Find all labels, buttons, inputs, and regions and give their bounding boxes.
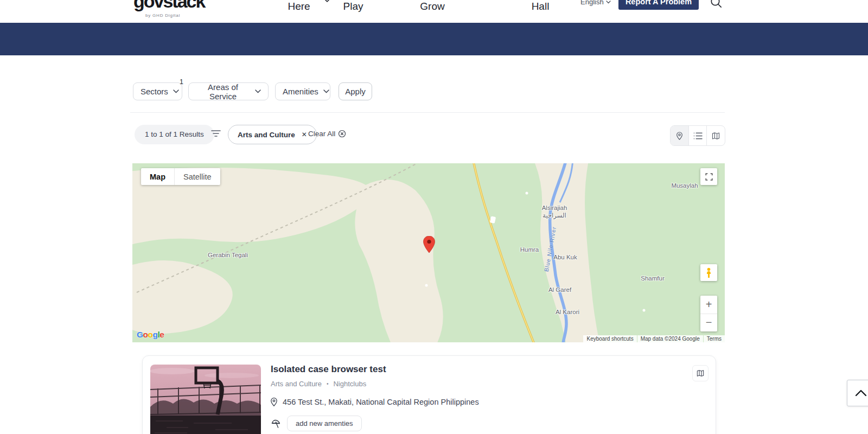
view-toggle-pin[interactable]	[671, 126, 688, 145]
add-amenities-chip[interactable]: add new amenties	[287, 416, 362, 431]
logo-letter: G	[137, 330, 143, 339]
map-marker[interactable]	[423, 236, 435, 253]
active-filter-chip[interactable]: Arts and Culture ✕	[228, 125, 317, 144]
map-place-label: Alsirajiahالسراجية	[542, 205, 567, 220]
active-filter-label: Arts and Culture	[238, 131, 295, 139]
sectors-label: Sectors	[141, 87, 168, 96]
chevron-up-icon	[855, 390, 867, 397]
results-count-pill: 1 to 1 of 1 Results	[135, 125, 214, 144]
map-place-label: Abu Kuk	[553, 254, 577, 261]
terms-link[interactable]: Terms	[704, 335, 725, 342]
close-icon[interactable]: ✕	[302, 131, 307, 138]
chevron-down-icon	[606, 1, 611, 4]
results-bar: 1 to 1 of 1 Results Arts and Culture ✕ C…	[0, 125, 868, 146]
hero-banner	[0, 23, 868, 55]
areas-of-service-dropdown[interactable]: Areas of Service	[188, 82, 269, 100]
map-attribution: Keyboard shortcuts Map data ©2024 Google…	[583, 335, 725, 342]
logo-letter: e	[159, 330, 164, 339]
map-type-map[interactable]: Map	[141, 168, 174, 185]
location-pin-icon	[270, 397, 278, 407]
map-data-label: Map data ©2024 Google	[637, 335, 703, 342]
nav-item-play[interactable]: Play	[343, 1, 363, 12]
map-place-label: Al Karori	[556, 309, 579, 316]
govstack-logo[interactable]: govstack	[133, 0, 205, 10]
language-label: English	[580, 0, 604, 6]
listing-photo	[150, 365, 261, 434]
site-header: govstack by GHD Digital Here Play Grow H…	[0, 0, 868, 23]
listing-title[interactable]: Isolated case browser test	[271, 364, 386, 375]
chevron-down-icon	[324, 0, 330, 3]
scroll-to-top-button[interactable]	[847, 380, 868, 406]
map-place-label: Al Garef	[548, 286, 571, 294]
map-place-label: Musaylah	[671, 182, 698, 190]
filter-bar: Sectors 1 Areas of Service Amenities App…	[0, 82, 868, 104]
map-type-control: Map Satellite	[141, 168, 220, 185]
divider	[130, 112, 725, 113]
map-place-label: Gerabin Tegali	[208, 252, 248, 259]
view-toggle-list[interactable]	[688, 126, 707, 145]
show-on-map-icon[interactable]	[692, 365, 709, 381]
keyboard-shortcuts-link[interactable]: Keyboard shortcuts	[583, 335, 636, 342]
map-place-label: Humra	[520, 246, 539, 254]
zoom-in-button[interactable]: +	[700, 296, 717, 314]
apply-button[interactable]: Apply	[339, 82, 372, 100]
language-selector[interactable]: English	[580, 0, 611, 6]
clear-all-label: Clear All	[308, 130, 335, 138]
view-toggle	[670, 125, 725, 146]
zoom-control: + −	[700, 296, 717, 331]
logo-letter: o	[143, 330, 148, 339]
logo-letter: o	[148, 330, 153, 339]
beach-umbrella-icon	[271, 418, 282, 429]
zoom-out-button[interactable]: −	[700, 314, 717, 332]
chevron-down-icon	[255, 90, 261, 93]
result-card[interactable]: Isolated case browser test Arts and Cult…	[142, 355, 716, 434]
map-place-label: Shamfur	[641, 275, 664, 283]
areas-label: Areas of Service	[196, 82, 250, 101]
nav-item-here[interactable]: Here	[288, 1, 310, 12]
listing-amenities-row: add new amenties	[271, 416, 362, 431]
amenities-dropdown[interactable]: Amenities	[275, 82, 330, 100]
category-arts-and-culture: Arts and Culture	[271, 380, 322, 388]
category-nightclubs: Nightclubs	[333, 380, 366, 388]
filter-list-icon[interactable]	[211, 129, 221, 138]
amenities-label: Amenities	[283, 87, 318, 96]
map-type-satellite[interactable]: Satellite	[174, 168, 220, 185]
listing-address: 456 Test St., Makati, National Capital R…	[270, 397, 479, 407]
clear-all-icon	[338, 130, 346, 138]
pegman-icon[interactable]	[700, 264, 717, 281]
view-toggle-map[interactable]	[706, 126, 725, 145]
listing-categories: Arts and Culture • Nightclubs	[271, 380, 366, 388]
dot-separator: •	[327, 381, 329, 387]
chevron-down-icon	[173, 90, 179, 93]
google-logo[interactable]: Google	[137, 330, 164, 340]
address-text: 456 Test St., Makati, National Capital R…	[283, 398, 479, 406]
map-canvas[interactable]: Blue Nile River Map Satellite + − Google…	[132, 163, 725, 342]
clear-all-button[interactable]: Clear All	[308, 130, 346, 138]
nav-item-grow[interactable]: Grow	[420, 1, 444, 12]
report-a-problem-button[interactable]: Report A Problem	[618, 0, 699, 10]
sectors-filter-count-badge: 1	[180, 78, 183, 86]
chevron-down-icon	[323, 90, 329, 93]
search-icon[interactable]	[710, 0, 723, 9]
nav-item-hall[interactable]: Hall	[532, 1, 550, 12]
logo-tagline: by GHD Digital	[145, 13, 180, 18]
sectors-dropdown[interactable]: Sectors	[133, 82, 182, 100]
fullscreen-icon[interactable]	[700, 168, 717, 185]
